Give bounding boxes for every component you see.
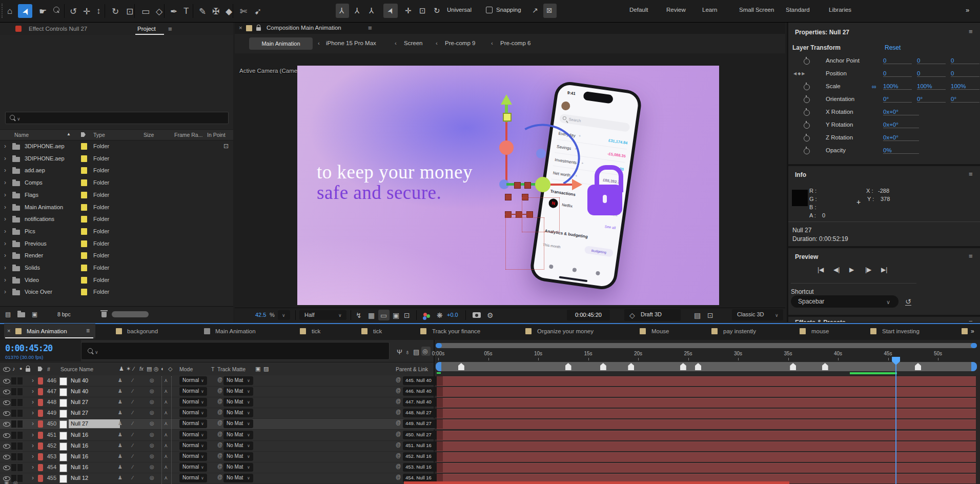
property-value[interactable]: 0 [951,57,979,64]
comp-mini-flowchart-icon[interactable]: Ψ [397,349,402,355]
col-name[interactable]: Name [14,132,29,138]
mask-vertex[interactable] [505,194,512,200]
bit-depth-label[interactable]: 8 bpc [57,311,71,317]
reset-shortcut-icon[interactable]: ↺ [905,298,911,306]
effects-presets-menu-icon[interactable]: ≡ [969,318,973,322]
property-value[interactable]: 0x+0° [883,122,919,128]
property-value[interactable]: 0x+0° [883,134,919,141]
motion-blur-icon[interactable]: ◎ [154,366,159,372]
stopwatch-icon[interactable] [804,58,810,65]
audio-column-icon[interactable]: ♪ [12,366,15,372]
property-value[interactable]: 0x+0° [883,109,919,115]
gizmo-center-handle[interactable] [535,177,550,192]
mask-visibility-icon[interactable]: ▣ [393,312,399,319]
comp-panel-menu-icon[interactable]: ≡ [368,24,372,32]
magnification-value[interactable]: 42.5 [255,312,266,318]
next-frame-button[interactable]: |▶ [865,266,871,273]
renderer-button[interactable]: ◇ Draft 3D [624,309,681,321]
workspace-overflow-icon[interactable]: » [966,6,969,14]
exposure-icon[interactable]: ❋ [437,312,443,319]
universal-mode-label[interactable]: Universal [447,7,472,13]
mask-vertex[interactable] [524,182,531,189]
properties-menu-icon[interactable]: ≡ [969,28,973,35]
property-value[interactable]: 0 [883,57,912,64]
exposure-value[interactable]: +0.0 [447,312,458,318]
new-folder-icon[interactable] [17,312,25,317]
avatar[interactable] [561,101,570,111]
timeline-search-input[interactable]: ∨ [81,342,390,360]
motion-blur-master-icon[interactable]: ◎ [421,347,431,356]
stopwatch-icon[interactable] [804,123,810,129]
gizmo-anchor-square[interactable] [503,113,512,122]
quality-icon[interactable]: ∕ [133,366,134,372]
col-framerate[interactable]: Frame Ra... [174,132,202,138]
interpret-footage-icon[interactable]: ▤ [5,311,11,317]
comp-viewport[interactable]: Active Camera (Camera 1) to keep your mo… [235,53,785,308]
property-value[interactable]: 0 [951,70,979,77]
breadcrumb-precomp9[interactable]: Pre-comp 9 [445,40,475,46]
layer-transform-label[interactable]: Layer Transform [792,44,841,51]
frame-blend-icon[interactable]: ▤ [147,366,152,372]
col-t[interactable]: T [211,366,214,372]
link-scale-icon[interactable]: ∞ [872,83,876,90]
breadcrumb-precomp6[interactable]: Pre-comp 6 [500,40,530,46]
comp-tab-close-icon[interactable]: × [239,25,242,31]
new-comp-icon[interactable]: ▣ [32,311,37,317]
view-layout-icon[interactable]: ▤ [694,312,701,319]
lock-column-icon[interactable] [26,368,30,372]
property-value[interactable]: 0° [951,96,979,103]
snapshot-icon[interactable] [473,312,481,318]
resolution-select[interactable]: Half ∨ [299,310,346,320]
cube-3d-icon[interactable]: ◇ [168,366,172,372]
property-value[interactable]: 0 [883,70,912,77]
col-type[interactable]: Type [93,132,105,138]
last-frame-button[interactable]: ▶| [881,266,887,273]
toggle-modes-icon[interactable]: ▨ [263,366,269,372]
fast-preview-icon[interactable]: ↯ [356,312,362,319]
nav-dot[interactable] [549,265,554,269]
col-size[interactable]: Size [144,132,154,138]
keyframe-nav-icons[interactable]: ◀◆▶ [793,71,806,76]
account-expand-icon[interactable]: + [579,134,581,138]
property-value[interactable]: 0° [883,96,912,103]
previous-frame-button[interactable]: ◀| [833,266,840,273]
label-column-icon[interactable] [81,132,86,137]
solo-column-icon[interactable]: ● [19,367,22,371]
property-value[interactable]: 0° [917,96,946,103]
mask-vertex[interactable] [514,182,521,189]
unlock-icon[interactable] [256,27,261,31]
show-snapshot-icon[interactable]: ⚙ [487,312,494,319]
tab-effect-controls[interactable]: Effect Controls Null 27 [29,26,87,32]
stopwatch-icon[interactable] [804,97,810,103]
gizmo-x-arrow-icon[interactable] [572,179,582,190]
pixel-aspect-icon[interactable]: ⊡ [707,312,713,319]
preview-menu-icon[interactable]: ≡ [969,252,973,260]
channels-icon[interactable] [423,313,427,316]
col-parent-link[interactable]: Parent & Link [396,366,428,372]
property-value[interactable]: 100% [951,83,979,90]
sort-asc-icon[interactable]: ▲ [67,132,71,136]
magnification-menu[interactable]: ∨ [278,310,290,320]
see-all-link[interactable]: See all [604,225,616,230]
shy-master-icon[interactable]: ♁ [405,349,410,355]
tab-project[interactable]: Project [137,26,156,32]
property-value[interactable]: 0% [883,147,919,154]
timeline-current-time[interactable]: 0:00:45:20 [5,343,52,353]
budgeting-chip[interactable]: Budgeting [584,246,614,257]
gizmo-x-rotation-handle[interactable] [499,140,514,155]
info-menu-icon[interactable]: ≡ [969,170,973,178]
account-expand-icon[interactable]: + [581,161,584,165]
property-value[interactable]: 0 [917,57,946,64]
property-value[interactable]: 0 [917,70,946,77]
roi-active-box[interactable]: ▭ [378,310,390,320]
stopwatch-icon[interactable] [804,84,810,90]
stopwatch-icon[interactable] [804,110,810,116]
transparency-grid-icon[interactable]: ▦ [368,312,375,319]
account-expand-icon[interactable]: + [575,174,578,178]
trash-icon[interactable] [101,312,107,317]
breadcrumb-screen[interactable]: Screen [404,40,422,46]
snapping-checkbox[interactable] [486,7,493,13]
view-layout-select[interactable]: Classic 3D ∨ [732,309,783,320]
property-value[interactable]: 100% [883,83,912,90]
reset-link[interactable]: Reset [885,44,901,51]
